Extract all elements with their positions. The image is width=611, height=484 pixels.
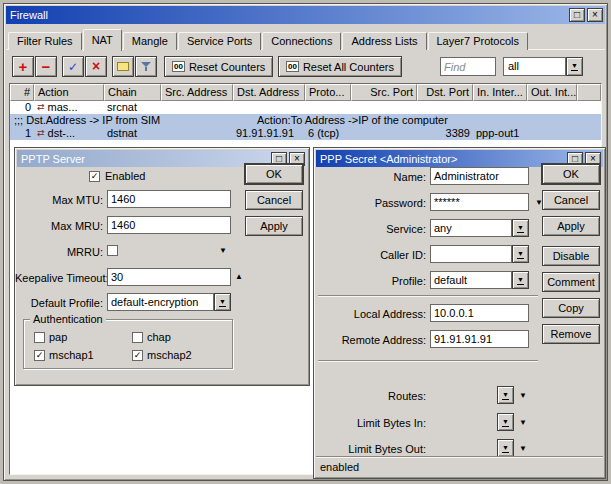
filter-scope-select[interactable]: all [503, 57, 566, 76]
cancel-button[interactable]: Cancel [542, 190, 600, 210]
name-field[interactable]: Administrator [430, 167, 529, 185]
tab-nat[interactable]: NAT [83, 29, 122, 51]
enabled-checkbox[interactable]: ✓ [89, 171, 100, 182]
col-src-port[interactable]: Src. Port [351, 84, 417, 101]
find-input[interactable] [440, 57, 496, 76]
service-field[interactable]: any [430, 219, 512, 237]
pap-label[interactable]: pap [49, 331, 67, 344]
reset-counters-label: Reset Counters [189, 61, 265, 73]
name-label: Name: [314, 168, 426, 186]
tab-service-ports[interactable]: Service Ports [178, 32, 261, 50]
filter-button[interactable] [135, 56, 157, 77]
col-out-interface[interactable]: Out. Int... [527, 84, 577, 101]
reset-counters-button[interactable]: 00 Reset Counters [164, 56, 273, 77]
limit-bytes-out-dropdown-button[interactable]: ▼ [497, 439, 514, 457]
reset-all-counters-button[interactable]: 00 Reset All Counters [278, 56, 402, 77]
rule-comment-text: ;;; Dst.Address -> IP from SIM [14, 114, 160, 127]
nat-action-icon: ⇄ [37, 129, 45, 138]
comment-button[interactable]: Comment [542, 272, 600, 292]
mschap1-label[interactable]: mschap1 [49, 349, 94, 362]
col-src-address[interactable]: Src. Address [161, 84, 233, 101]
rule-protocol: 6 (tcp) [305, 127, 351, 140]
max-mtu-field[interactable]: 1460 [107, 190, 231, 208]
col-in-interface[interactable]: In. Inter... [473, 84, 527, 101]
profile-dropdown-button[interactable]: ▼ [512, 271, 529, 289]
apply-button[interactable]: Apply [542, 216, 600, 236]
keepalive-collapse-icon[interactable]: ▲ [235, 273, 243, 281]
rule-src-port [351, 127, 417, 140]
mrru-expand-icon[interactable]: ▼ [219, 247, 227, 255]
enabled-label[interactable]: Enabled [105, 170, 145, 183]
tab-connections[interactable]: Connections [262, 32, 341, 50]
authentication-group: Authentication pap chap ✓ mschap1 ✓ msch… [23, 319, 233, 369]
tab-mangle[interactable]: Mangle [123, 32, 177, 50]
rule-chain: srcnat [104, 101, 161, 114]
chevron-down-icon: ▼ [502, 418, 509, 427]
rule-num: 0 [10, 101, 34, 114]
mschap2-checkbox[interactable]: ✓ [132, 350, 143, 361]
default-profile-field[interactable]: default-encryption [107, 293, 214, 311]
tab-layer7-protocols[interactable]: Layer7 Protocols [428, 32, 529, 50]
chap-label[interactable]: chap [147, 331, 171, 344]
keepalive-timeout-field[interactable]: 30 [107, 268, 231, 286]
filter-scope-dropdown-button[interactable]: ▼ [566, 57, 583, 76]
remote-address-field[interactable]: 91.91.91.91 [430, 330, 529, 348]
rule-dst-port: 3389 [417, 127, 473, 140]
disable-button[interactable]: × [85, 56, 107, 77]
counters-00-icon: 00 [172, 61, 185, 72]
limit-bytes-out-expand-icon[interactable]: ▼ [519, 445, 527, 453]
pptp-server-title: PPTP Server [21, 153, 271, 165]
ok-button[interactable]: OK [542, 164, 600, 184]
pap-checkbox[interactable] [34, 332, 45, 343]
default-profile-dropdown-button[interactable]: ▼ [214, 293, 231, 311]
ok-button[interactable]: OK [245, 164, 303, 184]
routes-dropdown-button[interactable]: ▼ [497, 386, 514, 404]
enable-button[interactable]: ✓ [62, 56, 84, 77]
copy-button[interactable]: Copy [542, 298, 600, 318]
routes-expand-icon[interactable]: ▼ [519, 392, 527, 400]
chap-checkbox[interactable] [132, 332, 143, 343]
add-button[interactable]: + [12, 56, 34, 77]
maximize-icon[interactable]: □ [569, 8, 585, 22]
col-dst-address[interactable]: Dst. Address [233, 84, 305, 101]
mrru-checkbox[interactable] [107, 245, 118, 256]
profile-field[interactable]: default [430, 271, 512, 289]
limit-bytes-in-dropdown-button[interactable]: ▼ [497, 413, 514, 431]
comment-button[interactable] [112, 56, 134, 77]
caller-id-dropdown-button[interactable]: ▼ [512, 245, 529, 263]
col-chain[interactable]: Chain [104, 84, 161, 101]
nat-comment-row[interactable]: ;;; Dst.Address -> IP from SIM Action:To… [10, 114, 601, 127]
checkmark-icon: ✓ [134, 350, 142, 360]
chevron-down-icon: ▼ [502, 444, 509, 453]
close-icon[interactable]: × [587, 8, 603, 22]
local-address-field[interactable]: 10.0.0.1 [430, 304, 529, 322]
caller-id-field[interactable] [430, 245, 512, 263]
remove-icon: − [42, 60, 51, 74]
col-num[interactable]: # [10, 84, 34, 101]
mschap1-checkbox[interactable]: ✓ [34, 350, 45, 361]
service-dropdown-button[interactable]: ▼ [512, 219, 529, 237]
apply-button[interactable]: Apply [245, 216, 303, 236]
nat-rule-row-1[interactable]: 1 ⇄dst-... dstnat 91.91.91.91 6 (tcp) 33… [10, 127, 601, 140]
nat-rule-row-0[interactable]: 0 ⇄mas... srcnat [10, 101, 601, 114]
col-action[interactable]: Action [34, 84, 104, 101]
remove-button[interactable]: Remove [542, 324, 600, 344]
rule-action: dst-... [48, 127, 76, 140]
mschap2-label[interactable]: mschap2 [147, 349, 192, 362]
tab-filter-rules[interactable]: Filter Rules [8, 32, 82, 50]
col-dst-port[interactable]: Dst. Port [417, 84, 473, 101]
password-field[interactable]: ****** [430, 193, 529, 211]
tab-address-lists[interactable]: Address Lists [342, 32, 426, 50]
disable-button[interactable]: Disable [542, 246, 600, 266]
cancel-button[interactable]: Cancel [245, 190, 303, 210]
remove-button[interactable]: − [35, 56, 57, 77]
col-protocol[interactable]: Proto... [305, 84, 351, 101]
ppp-secret-title: PPP Secret <Administrator> [320, 153, 567, 165]
ppp-secret-window: PPP Secret <Administrator> □ × Name: Adm… [313, 147, 606, 479]
max-mru-field[interactable]: 1460 [107, 216, 231, 234]
limit-bytes-in-expand-icon[interactable]: ▼ [519, 419, 527, 427]
firewall-titlebar[interactable]: Firewall □ × [6, 6, 605, 24]
comment-icon [117, 62, 129, 71]
rule-action-cell: ⇄mas... [34, 101, 104, 114]
chevron-down-icon: ▼ [517, 224, 524, 233]
